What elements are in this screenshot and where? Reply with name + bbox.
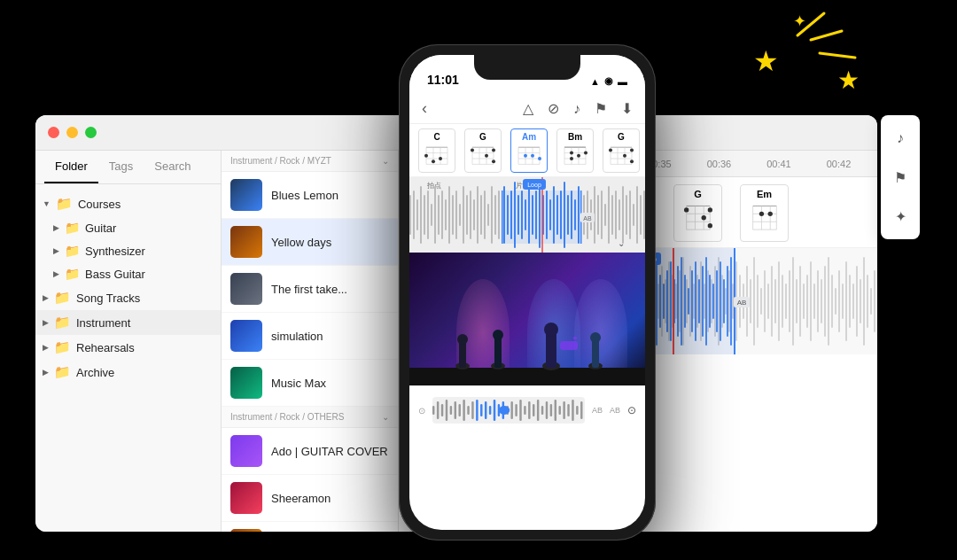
svg-rect-428 <box>550 404 552 416</box>
status-time: 11:01 <box>427 73 459 87</box>
tab-tags[interactable]: Tags <box>98 151 144 183</box>
song-item-blues-lemon[interactable]: Blues Lemon <box>222 172 398 219</box>
status-icons: ▲ ◉ ▬ <box>590 75 627 87</box>
chord-box-em[interactable]: Em <box>740 184 789 242</box>
svg-rect-173 <box>750 279 751 323</box>
sidebar-item-instrument[interactable]: ▶ 📁 Instrument <box>35 310 221 335</box>
svg-rect-184 <box>789 270 790 332</box>
close-button[interactable] <box>48 127 59 138</box>
sidebar-item-synthesizer[interactable]: ▶ 📁 Synthesizer <box>35 239 221 262</box>
music-icon-button[interactable]: ♪ <box>888 126 913 151</box>
svg-rect-360 <box>574 199 576 230</box>
svg-rect-177 <box>764 270 766 332</box>
download-icon[interactable]: ⬇ <box>621 100 633 117</box>
svg-line-1 <box>811 31 842 40</box>
phone-waveform[interactable]: 拍点 片段 <box>409 177 645 253</box>
landscape-icon[interactable]: △ <box>523 100 533 117</box>
pin-icon-button[interactable]: ✦ <box>888 204 913 229</box>
sidebar-item-courses[interactable]: ▼ 📁 Courses <box>35 191 221 216</box>
svg-rect-352 <box>546 191 548 239</box>
svg-rect-376 <box>633 204 634 226</box>
phone-chord-am[interactable]: Am <box>510 128 548 173</box>
svg-rect-179 <box>771 266 773 337</box>
attachment-icon[interactable]: ⊘ <box>548 100 559 117</box>
song-item-simulation[interactable]: simulation <box>222 313 398 360</box>
sidebar-item-rehearsals[interactable]: ▶ 📁 Rehearsals <box>35 335 221 360</box>
sidebar-item-archive[interactable]: ▶ 📁 Archive <box>35 360 221 385</box>
ab-label: AB <box>592 406 603 415</box>
phone-chord-bm[interactable]: Bm <box>556 128 594 173</box>
svg-rect-224 <box>656 257 657 346</box>
svg-rect-357 <box>564 182 565 248</box>
song-name: Ado | GUITAR COVER <box>271 445 388 458</box>
svg-rect-413 <box>485 401 486 419</box>
phone-chord-g[interactable]: G <box>464 128 502 173</box>
song-item-ado[interactable]: Ado | GUITAR COVER <box>222 428 398 475</box>
svg-rect-226 <box>663 284 665 319</box>
sidebar-item-bass-guitar[interactable]: ▶ 📁 Bass Guitar <box>35 262 221 285</box>
minimize-button[interactable] <box>66 127 78 138</box>
song-item-yellow-days[interactable]: Yellow days <box>222 219 398 266</box>
flag-icon[interactable]: ⚑ <box>595 100 607 117</box>
svg-rect-347 <box>528 186 530 244</box>
sidebar-item-guitar[interactable]: ▶ 📁 Guitar <box>35 216 221 239</box>
svg-rect-367 <box>601 191 603 239</box>
maximize-button[interactable] <box>85 127 97 138</box>
song-thumb <box>230 226 262 258</box>
song-list-panel: Instrument / Rock / MYZT ⌄ Blues Lemon Y… <box>222 151 399 532</box>
svg-rect-206 <box>867 275 868 328</box>
folder-icon: 📁 <box>54 364 71 380</box>
song-item-mando-flow[interactable]: Mando Flow <box>222 522 398 532</box>
svg-rect-411 <box>476 400 478 421</box>
song-item-music-max[interactable]: Music Max <box>222 360 398 407</box>
svg-rect-422 <box>524 406 525 415</box>
svg-rect-236 <box>698 279 700 323</box>
svg-point-308 <box>630 159 634 163</box>
svg-rect-186 <box>796 279 798 323</box>
svg-rect-199 <box>842 284 844 319</box>
phone-frame: 11:01 ▲ ◉ ▬ ‹ △ ⊘ ♪ ⚑ ⬇ C <box>399 44 656 541</box>
phone-mockup: 11:01 ▲ ◉ ▬ ‹ △ ⊘ ♪ ⚑ ⬇ C <box>399 44 656 541</box>
back-icon[interactable]: ‹ <box>422 99 427 118</box>
phone-chord-g2[interactable]: G <box>603 128 640 173</box>
svg-rect-244 <box>727 266 728 337</box>
phone-chord-c[interactable]: C <box>418 128 455 173</box>
svg-rect-368 <box>604 204 606 226</box>
arrow-icon: ▶ <box>43 343 49 352</box>
bookmark-icon-button[interactable]: ⚑ <box>888 165 913 190</box>
sidebar-item-label: Courses <box>78 198 121 211</box>
svg-rect-181 <box>778 261 780 341</box>
svg-rect-180 <box>774 279 776 323</box>
sidebar-item-label: Instrument <box>76 316 130 330</box>
song-item-sheeramon[interactable]: Sheeramon <box>222 475 398 522</box>
music-note-icon[interactable]: ♪ <box>573 101 580 117</box>
phone-mini-waveform[interactable] <box>432 397 585 424</box>
svg-rect-185 <box>792 257 794 346</box>
svg-rect-228 <box>670 261 672 341</box>
svg-rect-349 <box>535 191 537 239</box>
song-item-first-take[interactable]: The first take... <box>222 266 398 313</box>
svg-rect-424 <box>533 404 534 416</box>
svg-point-72 <box>759 212 763 216</box>
svg-point-296 <box>584 151 587 154</box>
folder-icon: 📁 <box>54 315 71 331</box>
svg-point-282 <box>524 153 527 157</box>
svg-rect-195 <box>828 257 829 346</box>
folder-icon: 📁 <box>65 221 80 235</box>
svg-point-62 <box>701 215 705 220</box>
svg-rect-200 <box>845 261 847 341</box>
sidebar: Folder Tags Search ▼ 📁 Courses ▶ 📁 Guita… <box>35 151 222 532</box>
sidebar-item-label: Song Tracks <box>76 292 140 305</box>
chord-box-g2[interactable]: G <box>673 184 722 242</box>
svg-text:Loop: Loop <box>527 182 541 189</box>
svg-rect-204 <box>860 279 861 323</box>
tab-folder[interactable]: Folder <box>44 151 98 183</box>
marker-icon: ⊙ <box>418 406 425 416</box>
svg-rect-404 <box>446 400 447 421</box>
tab-search[interactable]: Search <box>144 151 201 183</box>
svg-rect-342 <box>510 191 512 239</box>
sidebar-item-song-tracks[interactable]: ▶ 📁 Song Tracks <box>35 285 221 310</box>
song-thumb <box>230 482 262 514</box>
svg-rect-332 <box>484 191 486 239</box>
svg-rect-396 <box>560 341 578 350</box>
